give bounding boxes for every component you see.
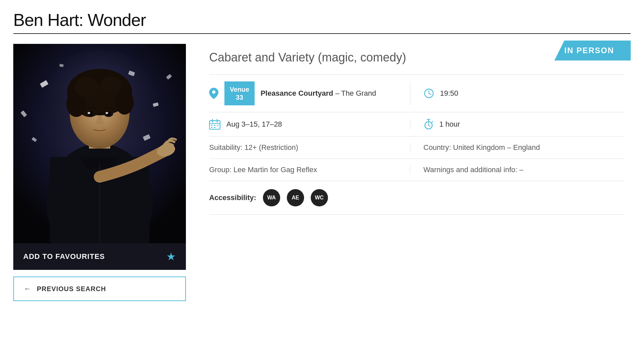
timer-icon: [424, 119, 434, 130]
time-cell: 19:50: [410, 81, 624, 105]
svg-point-18: [106, 112, 108, 114]
group-warnings-row: Group: Lee Martin for Gag Reflex Warning…: [209, 159, 624, 181]
venue-name: Pleasance Courtyard – The Grand: [261, 89, 376, 98]
title-divider: [13, 33, 631, 34]
svg-rect-39: [217, 125, 218, 126]
in-person-badge: IN PERSON: [554, 41, 631, 60]
dates-cell: Aug 3–15, 17–28: [209, 119, 410, 130]
access-badge-ae: AE: [287, 189, 304, 206]
clock-icon: [424, 88, 434, 99]
right-column: IN PERSON Cabaret and Variety (magic, co…: [193, 44, 631, 301]
favourites-bar: ADD TO FAVOURITES ★: [13, 243, 186, 270]
location-pin-icon: [209, 88, 218, 99]
main-content: ADD TO FAVOURITES ★ ← PREVIOUS SEARCH IN…: [13, 44, 631, 301]
svg-line-32: [429, 93, 431, 94]
svg-rect-37: [211, 125, 212, 126]
star-icon[interactable]: ★: [166, 250, 176, 263]
svg-line-44: [429, 125, 430, 126]
svg-point-11: [75, 77, 98, 97]
performer-image: ADD TO FAVOURITES ★: [13, 44, 186, 270]
accessibility-row: Accessibility: WA AE WC: [209, 181, 624, 214]
left-column: ADD TO FAVOURITES ★ ← PREVIOUS SEARCH: [13, 44, 193, 301]
venue-badge: Venue 33: [224, 81, 255, 105]
svg-rect-41: [214, 127, 215, 128]
group-cell: Group: Lee Martin for Gag Reflex: [209, 166, 410, 174]
svg-point-17: [88, 112, 90, 114]
warnings-cell: Warnings and additional info: –: [410, 166, 624, 174]
time-value: 19:50: [440, 89, 458, 98]
accessibility-label: Accessibility:: [209, 193, 256, 202]
country-cell: Country: United Kingdom – England: [410, 143, 624, 152]
arrow-left-icon: ←: [24, 284, 32, 293]
favourites-label: ADD TO FAVOURITES: [23, 252, 105, 261]
duration-value: 1 hour: [440, 120, 460, 129]
svg-point-10: [115, 89, 134, 115]
calendar-icon: [209, 119, 220, 130]
suitability-country-row: Suitability: 12+ (Restriction) Country: …: [209, 137, 624, 159]
svg-rect-40: [211, 127, 212, 128]
prev-search-label: PREVIOUS SEARCH: [37, 285, 106, 293]
svg-line-47: [432, 121, 433, 122]
svg-point-29: [212, 90, 215, 94]
access-badge-wa: WA: [263, 189, 280, 206]
page-title: Ben Hart: Wonder: [13, 10, 631, 30]
country-value: Country: United Kingdom – England: [424, 143, 540, 152]
venue-time-row: Venue 33 Pleasance Courtyard – The Grand: [209, 75, 624, 112]
divider-bottom: [209, 214, 624, 215]
group-value: Group: Lee Martin for Gag Reflex: [209, 166, 317, 174]
dates-value: Aug 3–15, 17–28: [226, 120, 282, 129]
info-grid: Venue 33 Pleasance Courtyard – The Grand: [209, 74, 624, 215]
warnings-value: Warnings and additional info: –: [424, 166, 523, 174]
svg-rect-38: [214, 125, 215, 126]
dates-duration-row: Aug 3–15, 17–28 1 hour: [209, 112, 624, 136]
svg-point-12: [101, 76, 122, 95]
access-badge-wc: WC: [311, 189, 328, 206]
previous-search-button[interactable]: ← PREVIOUS SEARCH: [13, 277, 186, 301]
duration-cell: 1 hour: [410, 119, 624, 130]
venue-cell: Venue 33 Pleasance Courtyard – The Grand: [209, 81, 410, 105]
suitability-value: Suitability: 12+ (Restriction): [209, 143, 298, 152]
suitability-cell: Suitability: 12+ (Restriction): [209, 143, 410, 152]
